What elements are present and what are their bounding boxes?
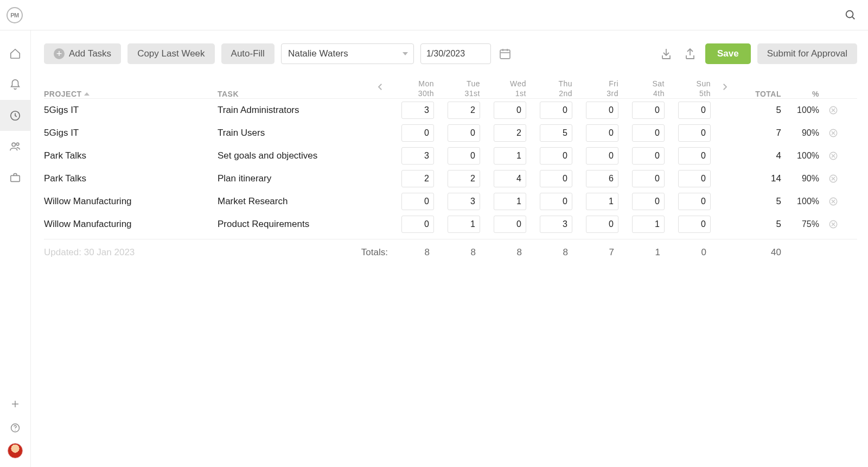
hour-input[interactable] (586, 147, 618, 165)
nav-add[interactable] (0, 392, 31, 416)
hour-input[interactable] (494, 170, 526, 187)
hour-cell (576, 170, 622, 187)
hour-cell (622, 147, 668, 165)
row-percent: 90% (784, 128, 822, 138)
updated-label: Updated: 30 Jan 2023 (44, 247, 218, 258)
hour-input[interactable] (448, 124, 480, 142)
add-tasks-button[interactable]: + Add Tasks (44, 43, 121, 64)
hour-input[interactable] (586, 193, 618, 210)
row-total: 5 (736, 219, 784, 230)
date-input[interactable] (420, 43, 491, 64)
submit-for-approval-button[interactable]: Submit for Approval (757, 43, 857, 64)
hour-input[interactable] (678, 216, 711, 233)
hour-input[interactable] (586, 124, 618, 142)
hour-input[interactable] (401, 124, 434, 142)
export-icon[interactable] (681, 45, 699, 62)
hour-cell (622, 170, 668, 187)
row-task: Set goals and objectives (218, 150, 369, 161)
hour-input[interactable] (678, 124, 711, 142)
hour-input[interactable] (632, 124, 665, 142)
hour-input[interactable] (494, 216, 526, 233)
hour-input[interactable] (448, 193, 480, 210)
hour-input[interactable] (448, 216, 480, 233)
hour-input[interactable] (494, 124, 526, 142)
hour-input[interactable] (678, 170, 711, 187)
hour-input[interactable] (632, 147, 665, 165)
delete-row-icon[interactable] (822, 105, 844, 115)
user-avatar[interactable] (8, 443, 23, 458)
delete-row-icon[interactable] (822, 197, 844, 206)
hour-cell (622, 193, 668, 210)
hour-input[interactable] (540, 102, 572, 119)
table-row: Willow ManufacturingProduct Requirements… (44, 213, 857, 236)
hour-input[interactable] (494, 102, 526, 119)
copy-last-week-button[interactable]: Copy Last Week (127, 43, 214, 64)
nav-help[interactable] (0, 416, 31, 440)
hour-input[interactable] (448, 170, 480, 187)
hour-input[interactable] (540, 193, 572, 210)
submit-label: Submit for Approval (767, 48, 847, 59)
hour-input[interactable] (678, 102, 711, 119)
svg-point-0 (846, 10, 853, 17)
row-task: Market Research (218, 196, 369, 207)
hour-input[interactable] (632, 102, 665, 119)
hour-input[interactable] (632, 216, 665, 233)
delete-row-icon[interactable] (822, 151, 844, 161)
calendar-icon[interactable] (497, 46, 513, 61)
hour-cell (576, 102, 622, 119)
hour-cell (668, 170, 714, 187)
header-day-thu: Thu2nd (529, 79, 576, 98)
header-project[interactable]: PROJECT (44, 90, 218, 98)
nav-home[interactable] (0, 38, 31, 69)
hour-input[interactable] (678, 193, 711, 210)
header-task[interactable]: TASK (218, 90, 369, 98)
row-task: Product Requirements (218, 219, 369, 230)
prev-week-button[interactable] (369, 75, 391, 98)
hour-input[interactable] (540, 170, 572, 187)
delete-row-icon[interactable] (822, 174, 844, 184)
hour-input[interactable] (401, 147, 434, 165)
hour-input[interactable] (678, 147, 711, 165)
totals-label: Totals: (218, 247, 391, 258)
hour-input[interactable] (448, 102, 480, 119)
total-day-6: 0 (668, 247, 714, 258)
save-button[interactable]: Save (705, 43, 751, 64)
nav-timesheet[interactable] (0, 100, 31, 131)
hour-input[interactable] (401, 102, 434, 119)
hour-input[interactable] (540, 124, 572, 142)
hour-input[interactable] (586, 216, 618, 233)
hour-input[interactable] (494, 147, 526, 165)
user-select[interactable]: Natalie Waters (281, 43, 414, 64)
table-row: Park TalksPlan itinerary1490% (44, 167, 857, 190)
nav-briefcase[interactable] (0, 162, 31, 193)
auto-fill-button[interactable]: Auto-Fill (221, 43, 275, 64)
hour-input[interactable] (494, 193, 526, 210)
row-percent: 100% (784, 105, 822, 115)
nav-people[interactable] (0, 131, 31, 162)
hour-input[interactable] (632, 170, 665, 187)
hour-input[interactable] (448, 147, 480, 165)
delete-row-icon[interactable] (822, 128, 844, 138)
delete-row-icon[interactable] (822, 219, 844, 229)
hour-input[interactable] (540, 147, 572, 165)
row-total: 14 (736, 173, 784, 184)
hour-input[interactable] (632, 193, 665, 210)
hour-cell (668, 193, 714, 210)
search-icon[interactable] (844, 9, 857, 22)
row-task: Train Users (218, 128, 369, 138)
hour-input[interactable] (586, 170, 618, 187)
next-week-button[interactable] (714, 75, 736, 98)
nav-notifications[interactable] (0, 69, 31, 100)
app-logo[interactable]: PM (7, 7, 23, 23)
hour-cell (437, 193, 483, 210)
import-icon[interactable] (658, 45, 675, 62)
svg-point-9 (15, 430, 15, 431)
hour-cell (483, 124, 529, 142)
hour-input[interactable] (586, 102, 618, 119)
hour-input[interactable] (401, 193, 434, 210)
hour-cell (576, 147, 622, 165)
hour-input[interactable] (401, 216, 434, 233)
top-bar: PM (0, 0, 868, 30)
hour-input[interactable] (401, 170, 434, 187)
hour-input[interactable] (540, 216, 572, 233)
